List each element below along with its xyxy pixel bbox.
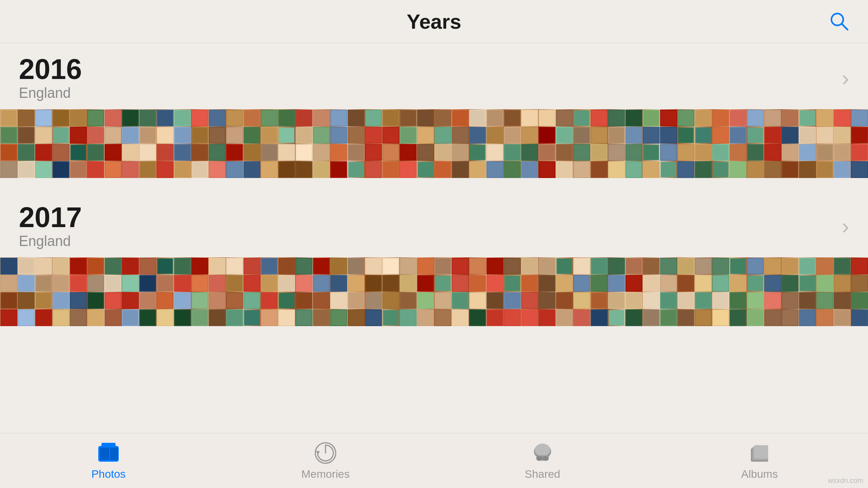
page-title: Years <box>407 10 462 33</box>
year-header-2016[interactable]: 2016 England › <box>0 43 868 109</box>
svg-marker-7 <box>316 451 320 455</box>
svg-point-10 <box>536 456 542 461</box>
search-button[interactable] <box>829 11 849 32</box>
svg-rect-3 <box>101 443 116 447</box>
svg-rect-14 <box>754 445 768 459</box>
tab-photos[interactable]: Photos <box>0 441 217 481</box>
tab-shared[interactable]: Shared <box>434 441 651 481</box>
chevron-right-icon-2017: › <box>842 215 849 237</box>
svg-rect-4 <box>100 448 109 460</box>
tab-albums[interactable]: Albums <box>651 441 868 481</box>
year-section-2017: 2017 England › <box>0 191 868 328</box>
year-info-2016: 2016 England <box>19 55 82 101</box>
svg-rect-5 <box>110 448 118 460</box>
year-section-2016: 2016 England › <box>0 43 868 180</box>
tab-memories[interactable]: Memories <box>217 441 434 481</box>
photo-mosaic-2016[interactable] <box>0 109 868 178</box>
watermark: wsxdn.com <box>828 477 863 485</box>
year-location-2017: England <box>19 233 82 250</box>
year-number-2016: 2016 <box>19 55 82 83</box>
albums-icon <box>748 441 771 465</box>
tab-photos-label: Photos <box>91 468 125 481</box>
photos-icon <box>97 441 120 465</box>
tab-shared-label: Shared <box>525 468 560 481</box>
svg-line-1 <box>842 24 848 29</box>
search-icon <box>829 11 849 31</box>
tab-memories-label: Memories <box>302 468 350 481</box>
svg-point-9 <box>535 444 550 456</box>
year-gap <box>0 180 868 191</box>
svg-point-11 <box>542 456 549 461</box>
tab-bar: Photos Memories Shared Albums <box>0 433 868 488</box>
year-header-2017[interactable]: 2017 England › <box>0 191 868 257</box>
memories-icon <box>314 441 337 465</box>
shared-icon <box>531 441 554 465</box>
main-scroll-area[interactable]: 2016 England › 2017 England › <box>0 43 868 433</box>
year-info-2017: 2017 England <box>19 203 82 250</box>
chevron-right-icon-2016: › <box>842 67 849 89</box>
year-number-2017: 2017 <box>19 203 82 231</box>
tab-albums-label: Albums <box>741 468 778 481</box>
year-location-2016: England <box>19 85 82 101</box>
app-header: Years <box>0 0 868 43</box>
photo-mosaic-2017[interactable] <box>0 257 868 326</box>
